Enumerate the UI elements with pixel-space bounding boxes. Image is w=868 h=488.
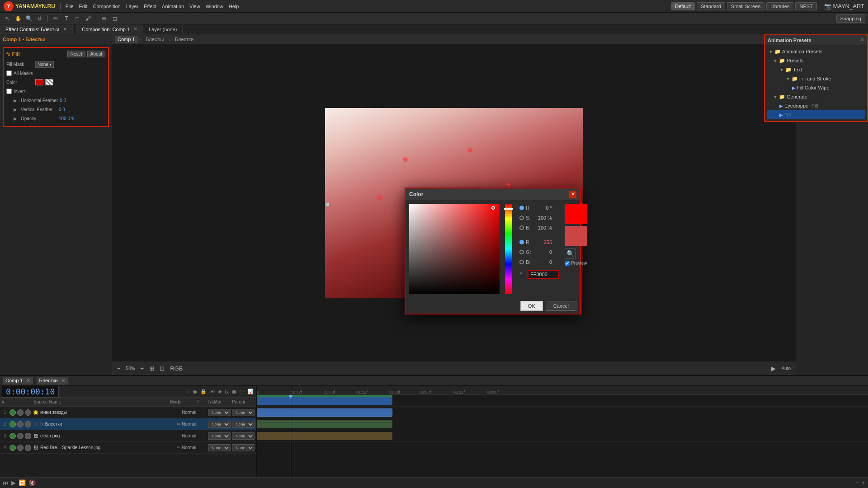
audio-btn-3[interactable] bbox=[17, 433, 24, 439]
tree-animation-presets[interactable]: ▼ 📁 Animation Presets bbox=[767, 47, 865, 56]
graph-btn[interactable]: 📊 bbox=[246, 388, 255, 395]
eyedropper-button[interactable]: 🔍 bbox=[565, 248, 576, 259]
track-bar-4[interactable] bbox=[257, 432, 392, 440]
audio-btn-2[interactable] bbox=[17, 421, 24, 427]
about-button[interactable]: About bbox=[87, 51, 105, 57]
color-gradient[interactable] bbox=[409, 204, 500, 294]
workspace-smallscreen[interactable]: Small Screen bbox=[727, 2, 764, 10]
tree-fill-color-wipe[interactable]: ▶ Fill Color Wipe bbox=[767, 83, 865, 92]
menu-file[interactable]: File bbox=[66, 4, 74, 9]
bri-radio[interactable] bbox=[519, 225, 524, 230]
trkmat-3[interactable]: None bbox=[208, 432, 231, 440]
frame-blend-btn[interactable]: ▣ bbox=[231, 388, 237, 395]
timeline-tab-comp[interactable]: Comp 1 ✕ bbox=[3, 377, 33, 385]
home-btn[interactable]: ⏮ bbox=[3, 479, 9, 486]
timecode-display[interactable]: 0:00:00:10 bbox=[2, 386, 59, 398]
track-bar-2[interactable] bbox=[257, 408, 392, 417]
tool-text[interactable]: T bbox=[62, 14, 71, 23]
solo-btn-1[interactable] bbox=[25, 409, 31, 416]
menu-edit[interactable]: Edit bbox=[79, 4, 88, 9]
workspace-default[interactable]: Default bbox=[671, 2, 695, 10]
hue-radio[interactable] bbox=[519, 206, 524, 210]
color-picker-area[interactable] bbox=[409, 204, 500, 294]
breadcrumb-blestki1[interactable]: Блестки bbox=[143, 36, 167, 43]
tool-shape[interactable]: □ bbox=[73, 14, 82, 23]
invert-checkbox[interactable] bbox=[6, 89, 12, 94]
dialog-close-button[interactable]: ✕ bbox=[569, 191, 576, 198]
workspace-nest[interactable]: NEST bbox=[795, 2, 816, 10]
tree-text[interactable]: ▼ 📁 Text bbox=[767, 65, 865, 74]
trkmat-2[interactable]: None bbox=[208, 421, 231, 428]
hex-input[interactable] bbox=[528, 270, 559, 279]
cancel-button[interactable]: Cancel bbox=[546, 301, 576, 311]
vis-btn-2[interactable] bbox=[9, 421, 16, 427]
parent-1[interactable]: None bbox=[232, 409, 255, 416]
fill-mask-dropdown[interactable]: None ▾ bbox=[35, 61, 54, 68]
tree-fill-selected[interactable]: ▶ Fill bbox=[767, 110, 865, 119]
motion-blur-btn[interactable]: ◌ bbox=[239, 388, 245, 395]
fast-preview[interactable]: ▶ bbox=[770, 364, 777, 373]
breadcrumb-comp1[interactable]: Comp 1 bbox=[115, 36, 138, 43]
menu-view[interactable]: View bbox=[189, 4, 200, 9]
zoom-out[interactable]: − bbox=[116, 364, 122, 373]
channels-btn[interactable]: RGB bbox=[169, 364, 184, 373]
timeline-tab-close[interactable]: ✕ bbox=[26, 378, 30, 383]
vis-btn-3[interactable] bbox=[9, 433, 16, 439]
menu-help[interactable]: Help bbox=[229, 4, 239, 9]
snapping-btn[interactable]: Snapping bbox=[836, 14, 866, 23]
tool-clone[interactable]: ⊕ bbox=[99, 14, 108, 23]
solo-btn-2[interactable] bbox=[25, 421, 31, 427]
timeline-blestki-close[interactable]: ✕ bbox=[61, 378, 65, 383]
audio-btn-1[interactable] bbox=[17, 409, 24, 416]
tab-comp-close[interactable]: ✕ bbox=[133, 26, 137, 32]
menu-layer[interactable]: Layer bbox=[126, 4, 139, 9]
tool-hand[interactable]: ✋ bbox=[14, 14, 23, 23]
green-radio[interactable] bbox=[519, 250, 524, 254]
vis-btn-1[interactable] bbox=[9, 409, 16, 416]
tab-composition[interactable]: Composition: Comp 1 ✕ bbox=[76, 24, 143, 34]
audio-btn-4[interactable] bbox=[17, 445, 24, 451]
preview-checkbox[interactable] bbox=[565, 261, 570, 266]
mute-btn[interactable]: 🔇 bbox=[28, 479, 36, 486]
timeline-tab-blestki[interactable]: Блестки ✕ bbox=[37, 377, 68, 385]
vis-btn-4[interactable] bbox=[9, 445, 16, 451]
tool-select[interactable]: ↖ bbox=[3, 14, 12, 23]
play-btn[interactable]: ▶ bbox=[11, 479, 16, 486]
menu-animation[interactable]: Animation bbox=[162, 4, 184, 9]
picker-cursor[interactable] bbox=[491, 206, 495, 210]
reset-button[interactable]: Reset bbox=[67, 51, 85, 57]
hue-strip[interactable] bbox=[505, 204, 512, 294]
social-icon[interactable]: 📷 MAYN_ART bbox=[824, 3, 864, 9]
track-bar-1[interactable] bbox=[257, 397, 392, 405]
parent-3[interactable]: None bbox=[232, 432, 255, 440]
new-layer-btn[interactable]: + bbox=[186, 389, 190, 395]
zoom-level[interactable]: 50% bbox=[125, 365, 137, 372]
safe-zone[interactable]: ⊡ bbox=[158, 364, 166, 373]
tree-presets[interactable]: ▼ 📁 Presets bbox=[767, 56, 865, 65]
tab-layer[interactable]: Layer (none) bbox=[143, 24, 183, 34]
tab-effect-close[interactable]: ✕ bbox=[63, 26, 67, 32]
workspace-libraries[interactable]: Libraries bbox=[766, 2, 793, 10]
solo-btn-4[interactable] bbox=[25, 445, 31, 451]
layer-row-3[interactable]: 3 🖼 clean.png Normal None None bbox=[0, 430, 256, 442]
layer-row-4[interactable]: 4 🖼 Red Dre... Sparkle Lesson.jpg ✏ Norm… bbox=[0, 442, 256, 454]
breadcrumb-blestki2[interactable]: Блестки bbox=[172, 36, 196, 43]
menu-composition[interactable]: Composition bbox=[93, 4, 121, 9]
tool-rotate[interactable]: ↺ bbox=[35, 14, 44, 23]
tool-zoom[interactable]: 🔍 bbox=[24, 14, 33, 23]
crop-handle-left[interactable] bbox=[326, 203, 330, 206]
tool-paint[interactable]: 🖌 bbox=[84, 14, 93, 23]
track-bar-3[interactable] bbox=[257, 420, 392, 428]
red-radio[interactable] bbox=[519, 240, 524, 244]
shy-btn[interactable]: 👁 bbox=[209, 389, 216, 395]
anim-panel-close[interactable]: ✕ bbox=[860, 37, 864, 43]
loop-btn[interactable]: 🔁 bbox=[19, 479, 26, 486]
ok-button[interactable]: OK bbox=[520, 301, 543, 311]
layer-row-2[interactable]: 2 ⬡ fx Блестки ✏ Normal None None bbox=[0, 418, 256, 430]
menu-effect[interactable]: Effect bbox=[144, 4, 156, 9]
lock-btn[interactable]: 🔒 bbox=[199, 388, 208, 395]
color-swatch-red[interactable] bbox=[35, 79, 43, 85]
quality-btn[interactable]: ◈ bbox=[217, 388, 222, 395]
zoom-increase[interactable]: + bbox=[862, 479, 865, 486]
hue-cursor[interactable] bbox=[504, 208, 513, 210]
